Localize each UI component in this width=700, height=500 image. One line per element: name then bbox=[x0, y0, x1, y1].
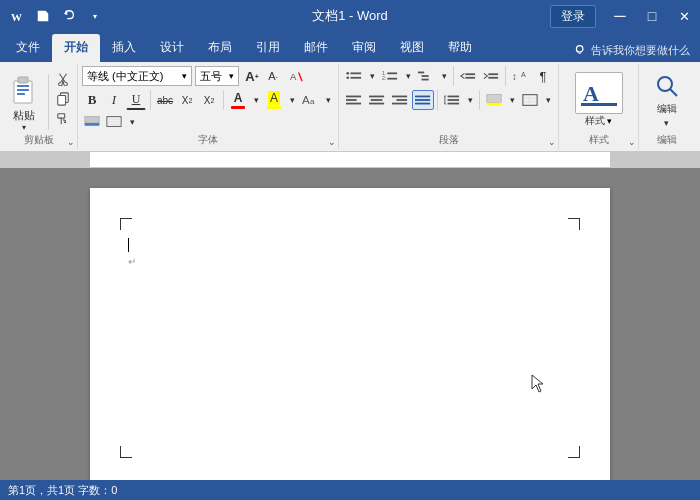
svg-rect-6 bbox=[17, 85, 29, 87]
font-color-dropdown[interactable]: ▾ bbox=[250, 90, 262, 110]
search-help-text[interactable]: 告诉我你想要做什么 bbox=[591, 43, 690, 58]
highlight-button[interactable]: A bbox=[264, 90, 284, 110]
subscript-button[interactable]: X2 bbox=[177, 90, 197, 110]
close-button[interactable]: ✕ bbox=[668, 0, 700, 32]
paragraph-group-label: 段落 bbox=[439, 133, 459, 147]
minimize-button[interactable]: ─ bbox=[604, 0, 636, 32]
bullet-list-dropdown[interactable]: ▾ bbox=[366, 66, 378, 86]
line-spacing-dropdown[interactable]: ▾ bbox=[464, 90, 476, 110]
change-case-dropdown[interactable]: ▾ bbox=[322, 90, 334, 110]
tab-help[interactable]: 帮助 bbox=[436, 34, 484, 62]
redo-dropdown[interactable]: ▾ bbox=[84, 5, 106, 27]
svg-rect-39 bbox=[346, 96, 361, 98]
clipboard-expand[interactable]: ⌄ bbox=[67, 137, 75, 147]
edit-dropdown: ▾ bbox=[664, 118, 669, 128]
cut-button[interactable] bbox=[53, 70, 73, 88]
highlight-dropdown[interactable]: ▾ bbox=[286, 90, 298, 110]
underline-button[interactable]: U bbox=[126, 90, 146, 110]
text-shading-button[interactable] bbox=[82, 112, 102, 132]
tab-insert[interactable]: 插入 bbox=[100, 34, 148, 62]
font-name-selector[interactable]: 等线 (中文正文) ▾ bbox=[82, 66, 192, 86]
list-buttons-row: ▾ 1.2. ▾ ▾ ↕A ¶ bbox=[343, 66, 554, 86]
copy-button[interactable] bbox=[53, 90, 73, 108]
ribbon-tabs: 文件 开始 插入 设计 布局 引用 邮件 审阅 视图 帮助 告诉我你想要做什么 bbox=[0, 32, 700, 62]
clipboard-small-btns bbox=[53, 70, 73, 128]
login-button[interactable]: 登录 bbox=[550, 5, 596, 28]
sort-button[interactable]: ↕A bbox=[509, 66, 531, 86]
text-border-button[interactable] bbox=[104, 112, 124, 132]
decrease-indent-button[interactable] bbox=[457, 66, 479, 86]
font-size-selector[interactable]: 五号 ▾ bbox=[195, 66, 239, 86]
align-right-button[interactable] bbox=[389, 90, 411, 110]
superscript-button[interactable]: X2 bbox=[199, 90, 219, 110]
paste-button[interactable]: 粘贴 ▾ bbox=[4, 70, 44, 134]
shading-dropdown[interactable]: ▾ bbox=[506, 90, 518, 110]
paragraph-expand[interactable]: ⌄ bbox=[548, 137, 556, 147]
align-left-button[interactable] bbox=[343, 90, 365, 110]
tab-review[interactable]: 审阅 bbox=[340, 34, 388, 62]
increase-font-size-button[interactable]: A+ bbox=[242, 66, 262, 86]
svg-rect-43 bbox=[371, 99, 383, 101]
document-page[interactable]: ↵ bbox=[90, 188, 610, 480]
decrease-font-size-button[interactable]: A- bbox=[263, 66, 283, 86]
styles-group: A 样式 ▾ 样式 ⌄ bbox=[559, 64, 639, 149]
svg-rect-46 bbox=[396, 99, 407, 101]
tab-home[interactable]: 开始 bbox=[52, 34, 100, 62]
line-spacing-button[interactable] bbox=[441, 90, 463, 110]
svg-text:2.: 2. bbox=[382, 75, 386, 81]
svg-rect-52 bbox=[448, 99, 460, 101]
clear-format-button[interactable]: A bbox=[286, 66, 306, 86]
ruler: // Will be generated after DOM loads bbox=[0, 152, 700, 168]
status-bar: 第1页，共1页 字数：0 bbox=[0, 480, 700, 500]
font-expand[interactable]: ⌄ bbox=[328, 137, 336, 147]
bold-button[interactable]: B bbox=[82, 90, 102, 110]
ribbon: 粘贴 ▾ 剪贴板 ⌄ bbox=[0, 62, 700, 152]
outline-list-dropdown[interactable]: ▾ bbox=[438, 66, 450, 86]
restore-button[interactable]: □ bbox=[636, 0, 668, 32]
font-size-controls: A+ A- bbox=[242, 66, 283, 86]
styles-expand[interactable]: ⌄ bbox=[628, 137, 636, 147]
font-size-dropdown: ▾ bbox=[229, 71, 234, 81]
paste-dropdown-icon: ▾ bbox=[22, 123, 26, 132]
tab-view[interactable]: 视图 bbox=[388, 34, 436, 62]
svg-rect-23 bbox=[350, 72, 361, 74]
tab-design[interactable]: 设计 bbox=[148, 34, 196, 62]
strikethrough-button[interactable]: abc bbox=[155, 90, 175, 110]
tab-mailings[interactable]: 邮件 bbox=[292, 34, 340, 62]
corner-mark-bl bbox=[120, 446, 132, 458]
save-quickaccess[interactable] bbox=[32, 5, 54, 27]
tab-references[interactable]: 引用 bbox=[244, 34, 292, 62]
justify-button[interactable] bbox=[412, 90, 434, 110]
tab-layout[interactable]: 布局 bbox=[196, 34, 244, 62]
undo-quickaccess[interactable] bbox=[58, 5, 80, 27]
svg-rect-8 bbox=[17, 93, 25, 95]
number-list-dropdown[interactable]: ▾ bbox=[402, 66, 414, 86]
document-area[interactable]: ↵ bbox=[0, 168, 700, 480]
italic-button[interactable]: I bbox=[104, 90, 124, 110]
svg-text:a: a bbox=[310, 97, 315, 106]
styles-group-label: 样式 bbox=[589, 133, 609, 147]
svg-line-63 bbox=[670, 89, 677, 96]
format-painter-button[interactable] bbox=[53, 110, 73, 128]
svg-rect-49 bbox=[415, 99, 430, 101]
text-border-dropdown[interactable]: ▾ bbox=[126, 112, 138, 132]
borders-button[interactable] bbox=[519, 90, 541, 110]
svg-rect-47 bbox=[392, 103, 407, 105]
font-color-button[interactable]: A bbox=[228, 90, 248, 110]
svg-rect-4 bbox=[14, 81, 32, 103]
find-button[interactable]: 编辑 ▾ bbox=[649, 70, 685, 130]
styles-button[interactable]: A 样式 ▾ bbox=[571, 70, 627, 130]
borders-dropdown[interactable]: ▾ bbox=[542, 90, 554, 110]
clipboard-group-label: 剪贴板 bbox=[24, 133, 54, 147]
number-list-button[interactable]: 1.2. bbox=[379, 66, 401, 86]
shading-button[interactable] bbox=[483, 90, 505, 110]
tab-file[interactable]: 文件 bbox=[4, 34, 52, 62]
increase-indent-button[interactable] bbox=[480, 66, 502, 86]
bullet-list-button[interactable] bbox=[343, 66, 365, 86]
show-marks-button[interactable]: ¶ bbox=[532, 66, 554, 86]
svg-rect-61 bbox=[581, 103, 617, 106]
align-center-button[interactable] bbox=[366, 90, 388, 110]
paste-label: 粘贴 bbox=[13, 108, 35, 123]
outline-list-button[interactable] bbox=[415, 66, 437, 86]
change-case-button[interactable]: Aa bbox=[300, 90, 320, 110]
